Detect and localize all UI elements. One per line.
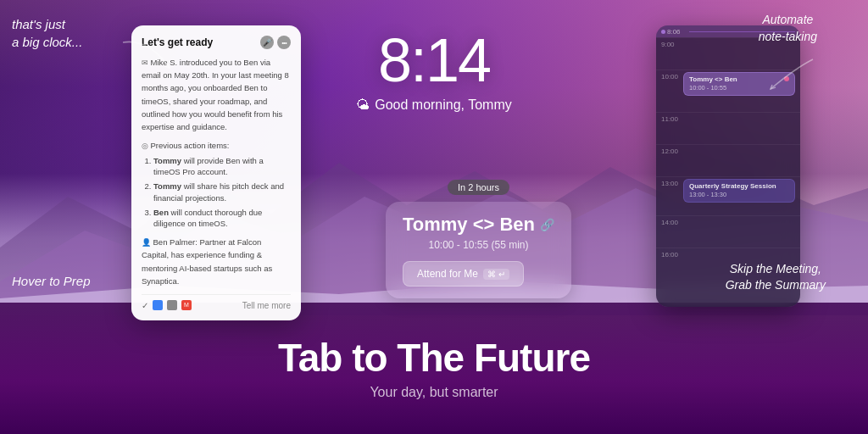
clock-display: 8:14: [378, 25, 490, 95]
action-item-3: Ben will conduct thorough due diligence …: [153, 207, 291, 231]
main-tagline: Tab to The Future: [278, 337, 590, 380]
mic-icon[interactable]: 🎤: [260, 36, 274, 49]
contact-icon: 👤: [142, 238, 153, 247]
bottom-text-area: Tab to The Future Your day, but smarter: [0, 303, 868, 434]
action-items-list: Tommy will provide Ben with a timeOS Pro…: [153, 155, 291, 231]
attend-button[interactable]: Attend for Me ⌘ ↵: [403, 261, 524, 287]
cal-label-10: 10:00: [661, 70, 683, 81]
time-dot: [661, 30, 665, 34]
annotation-bottom-left: Hover to Prep: [12, 272, 91, 290]
keyboard-shortcut: ⌘ ↵: [483, 269, 509, 280]
cal-row-12: 12:00: [656, 144, 800, 176]
cal-row-13: 13:00 Quarterly Strategy Session 13:00 -…: [656, 176, 800, 215]
in-two-hours-badge: In 2 hours: [448, 180, 509, 195]
prep-actions-section: ◎ Previous action items: Tommy will prov…: [142, 139, 291, 230]
event-title-card: Tommy <> Ben 🔗 10:00 - 10:55 (55 min) At…: [386, 202, 571, 298]
actions-icon: ◎: [142, 142, 151, 150]
cal-event-name-strategy: Quarterly Strategy Session: [689, 182, 789, 191]
annotation-top-right: Automate note-taking: [759, 12, 817, 45]
event-name: Tommy <> Ben 🔗: [403, 214, 554, 236]
cal-row-14: 14:00: [656, 215, 800, 248]
cal-label-12: 12:00: [661, 145, 683, 155]
prep-contact-section: 👤 Ben Palmer: Partner at Falcon Capital,…: [142, 236, 291, 287]
event-link-icon: 🔗: [540, 218, 554, 231]
cal-event-time-strategy: 13:00 - 13:30: [689, 191, 789, 199]
annotation-bottom-right: Skip the Meeting, Grab the Summary: [726, 261, 826, 294]
more-icon[interactable]: •••: [277, 36, 291, 49]
action-item-1: Tommy will provide Ben with a timeOS Pro…: [153, 155, 291, 179]
cal-label-16: 16:00: [661, 248, 683, 259]
cal-event-strategy[interactable]: Quarterly Strategy Session 13:00 - 13:30: [683, 179, 795, 203]
action-item-2: Tommy will share his pitch deck and fina…: [153, 181, 291, 204]
greeting-text: 🌤 Good morning, Tommy: [356, 97, 512, 113]
event-time: 10:00 - 10:55 (55 min): [403, 239, 554, 251]
annotation-top-left: that's just a big clock...: [12, 15, 82, 51]
cal-label-11: 11:00: [661, 113, 683, 123]
cal-label-14: 14:00: [661, 216, 683, 226]
cal-label-9: 9:00: [661, 38, 683, 48]
current-time-label: 8:06: [667, 28, 689, 36]
cal-label-13: 13:00: [661, 177, 683, 187]
sun-icon: 🌤: [356, 97, 370, 113]
prep-card-action-icons: 🎤 •••: [260, 36, 291, 49]
sub-tagline: Your day, but smarter: [370, 385, 498, 400]
cal-row-11: 11:00: [656, 112, 800, 144]
